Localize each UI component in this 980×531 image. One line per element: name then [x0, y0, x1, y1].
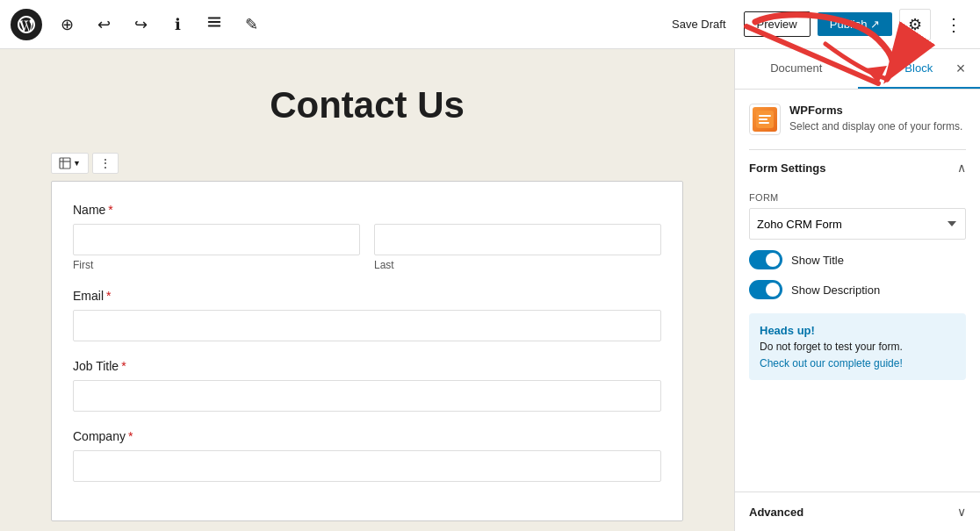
company-field: Company*: [73, 429, 661, 482]
heads-up-box: Heads up! Do not forget to test your for…: [749, 313, 966, 380]
name-row: First Last: [73, 224, 661, 271]
svg-rect-0: [208, 18, 220, 19]
form-type-button[interactable]: ▼: [51, 153, 89, 174]
job-title-field: Job Title*: [73, 359, 661, 412]
add-block-button[interactable]: ⊕: [51, 9, 83, 40]
save-draft-button[interactable]: Save Draft: [661, 12, 736, 36]
last-name-col: Last: [374, 224, 661, 271]
advanced-header[interactable]: Advanced ∨: [735, 492, 980, 531]
form-more-icon: ⋮: [100, 157, 111, 169]
heads-up-text: Do not forget to test your form.: [760, 341, 955, 353]
name-field: Name* First Last: [73, 203, 661, 271]
advanced-section: Advanced ∨: [735, 492, 980, 531]
last-name-sublabel: Last: [374, 259, 661, 271]
edit-icon: ✎: [245, 15, 258, 34]
form-field-label: Form: [749, 192, 966, 203]
svg-rect-1: [208, 21, 220, 23]
block-description: Select and display one of your forms.: [789, 118, 962, 134]
table-icon: [59, 157, 71, 169]
heads-up-link[interactable]: Check out our complete guide!: [760, 357, 903, 370]
form-settings-label: Form Settings: [749, 161, 825, 175]
first-name-input[interactable]: [73, 224, 360, 255]
add-block-icon: ⊕: [61, 15, 74, 34]
show-description-toggle[interactable]: [749, 280, 782, 299]
undo-icon: ↩: [97, 15, 111, 34]
required-indicator: *: [108, 203, 112, 217]
form-select[interactable]: Zoho CRM Form Contact Form Newsletter Fo…: [749, 208, 966, 240]
list-view-button[interactable]: [198, 9, 230, 40]
form-block-wrapper: ▼ ⋮ Name*: [51, 153, 683, 521]
wpforms-icon: [753, 107, 777, 132]
info-button[interactable]: ℹ: [162, 9, 193, 40]
block-name: WPForms: [789, 104, 962, 117]
svg-rect-2: [208, 25, 220, 27]
undo-button[interactable]: ↩: [88, 9, 119, 40]
edit-button[interactable]: ✎: [235, 9, 267, 40]
close-sidebar-button[interactable]: ×: [948, 57, 973, 82]
form-settings-section: Form Settings ∧ Form Zoho CRM Form Conta…: [749, 149, 966, 394]
main-area: Contact Us ▼ ⋮: [0, 49, 980, 531]
job-title-required: *: [121, 359, 126, 373]
show-title-label: Show Title: [791, 254, 844, 267]
publish-button[interactable]: Publish ↗: [818, 12, 892, 36]
email-input[interactable]: [73, 310, 661, 341]
job-title-input[interactable]: [73, 380, 661, 412]
company-label: Company*: [73, 429, 661, 443]
job-title-label: Job Title*: [73, 359, 661, 373]
form-settings-header[interactable]: Form Settings ∧: [749, 149, 966, 185]
company-required: *: [128, 429, 133, 443]
block-info: WPForms Select and display one of your f…: [749, 104, 966, 135]
first-name-col: First: [73, 224, 360, 271]
sidebar-content: WPForms Select and display one of your f…: [735, 90, 980, 492]
redo-icon: ↪: [134, 15, 148, 34]
wp-logo[interactable]: [11, 9, 42, 40]
toolbar-right: Save Draft Preview Publish ↗ ⚙ ⋮: [661, 9, 969, 40]
show-title-toggle[interactable]: [749, 250, 782, 269]
redo-button[interactable]: ↪: [125, 9, 156, 40]
email-label: Email*: [73, 289, 661, 303]
toolbar-left: ⊕ ↩ ↪ ℹ ✎: [11, 9, 654, 40]
sidebar: Document Block ×: [734, 49, 980, 531]
name-label: Name*: [73, 203, 661, 217]
settings-button[interactable]: ⚙: [899, 9, 931, 40]
form-settings-body: Form Zoho CRM Form Contact Form Newslett…: [749, 185, 966, 394]
dropdown-arrow: ▼: [73, 159, 81, 168]
settings-icon: ⚙: [908, 15, 922, 34]
toolbar: ⊕ ↩ ↪ ℹ ✎: [0, 0, 980, 49]
more-options-button[interactable]: ⋮: [938, 9, 969, 40]
wpforms-logo-icon: [756, 111, 774, 128]
form-more-options-button[interactable]: ⋮: [92, 153, 119, 174]
email-required: *: [106, 289, 111, 303]
heads-up-title: Heads up!: [760, 324, 955, 337]
form-block-toolbar: ▼ ⋮: [51, 153, 683, 174]
page-title: Contact Us: [18, 84, 717, 126]
sidebar-tabs: Document Block ×: [735, 49, 980, 90]
block-text-info: WPForms Select and display one of your f…: [789, 104, 962, 134]
company-input[interactable]: [73, 450, 661, 482]
advanced-label: Advanced: [749, 506, 803, 519]
svg-rect-3: [60, 158, 70, 169]
last-name-input[interactable]: [374, 224, 661, 255]
settings-chevron-icon: ∧: [957, 161, 966, 175]
editor-area: Contact Us ▼ ⋮: [0, 49, 734, 531]
email-field: Email*: [73, 289, 661, 341]
block-icon-container: [749, 104, 781, 135]
first-name-sublabel: First: [73, 259, 360, 271]
more-options-icon: ⋮: [945, 14, 962, 35]
tab-document[interactable]: Document: [735, 49, 858, 89]
info-icon: ℹ: [175, 15, 181, 34]
show-description-label: Show Description: [791, 283, 880, 297]
preview-button[interactable]: Preview: [744, 11, 811, 37]
form-container: Name* First Last: [51, 181, 683, 521]
advanced-chevron-icon: ∨: [957, 505, 966, 519]
list-icon: [206, 14, 222, 34]
show-description-row: Show Description: [749, 280, 966, 299]
show-title-row: Show Title: [749, 250, 966, 269]
close-icon: ×: [956, 60, 966, 78]
